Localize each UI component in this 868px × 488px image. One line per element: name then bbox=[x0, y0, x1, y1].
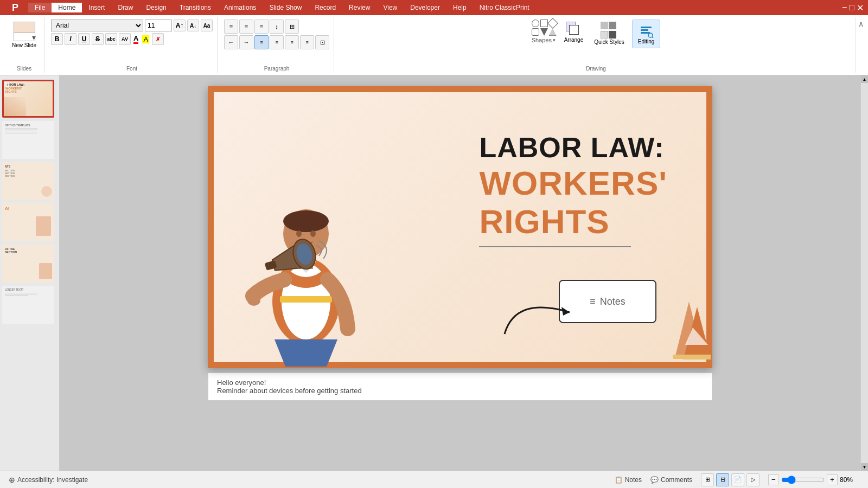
justify-button[interactable]: ≡ bbox=[300, 35, 314, 49]
underline-button[interactable]: U bbox=[78, 33, 90, 45]
convert-smartart-button[interactable]: ⊞ bbox=[285, 20, 299, 34]
text-direction-button[interactable]: ⊡ bbox=[315, 35, 329, 49]
indent-less-button[interactable]: ← bbox=[224, 35, 238, 49]
new-slide-button[interactable]: ▾ New Slide bbox=[9, 20, 40, 50]
scroll-down-button[interactable]: ▼ bbox=[861, 463, 869, 471]
close-icon[interactable]: ✕ bbox=[857, 3, 864, 13]
normal-view-button[interactable]: ⊞ bbox=[701, 473, 714, 486]
strikethrough-button[interactable]: S bbox=[92, 33, 104, 45]
tab-review[interactable]: Review bbox=[342, 3, 376, 12]
slide-sorter-icon: ⊟ bbox=[720, 476, 725, 483]
tab-design[interactable]: Design bbox=[139, 3, 173, 12]
thumb-1-subtitle: WORKERS'RIGHTS bbox=[5, 87, 51, 93]
collapse-ribbon-button[interactable]: ∧ bbox=[858, 17, 864, 73]
strikethrough-alt-button[interactable]: abc bbox=[105, 33, 117, 45]
change-case-button[interactable]: Aa bbox=[201, 20, 213, 31]
comments-button[interactable]: 💬 Comments bbox=[650, 476, 692, 484]
arrange-button[interactable]: Arrange bbox=[561, 20, 587, 45]
font-family-select[interactable]: Arial bbox=[51, 20, 143, 31]
ribbon-tabs: P File Home Insert Draw Design Transitio… bbox=[0, 0, 868, 15]
slide-thumb-1[interactable]: LABOR LAW: WORKERS'RIGHTS 1 bbox=[2, 80, 54, 118]
zoom-out-button[interactable]: − bbox=[768, 474, 779, 485]
slide-thumb-3[interactable]: NTS SECTIONSECTIONSECTION bbox=[2, 162, 54, 200]
line-spacing-button[interactable]: ↕ bbox=[270, 20, 284, 34]
notes-area[interactable]: Hello everyone! Reminder about devices b… bbox=[208, 373, 712, 401]
slide-thumb-5[interactable]: OF THESECTION bbox=[2, 245, 54, 282]
right-scrollbar[interactable]: ▲ ▼ bbox=[860, 75, 868, 471]
svg-point-9 bbox=[283, 210, 329, 232]
slideshow-icon: ▷ bbox=[751, 476, 755, 483]
restore-icon[interactable]: □ bbox=[849, 3, 854, 12]
grow-font-button[interactable]: A↑ bbox=[174, 20, 186, 31]
drawing-group-label: Drawing bbox=[586, 65, 606, 73]
paragraph-group-label: Paragraph bbox=[264, 65, 290, 73]
paragraph-group: ≡ ≡ ≡ ↕ ⊞ ← → ≡ ≡ ≡ ≡ ⊡ Paragraph bbox=[220, 17, 334, 73]
slide-thumb-4[interactable]: A! bbox=[2, 203, 54, 241]
indent-more-button[interactable]: ≡ bbox=[254, 20, 269, 34]
text-highlight-button[interactable]: A bbox=[141, 34, 150, 44]
italic-button[interactable]: I bbox=[65, 33, 76, 45]
accessibility-icon: ⊕ bbox=[9, 476, 15, 484]
tab-transitions[interactable]: Transitions bbox=[173, 3, 218, 12]
editing-button[interactable]: Editing bbox=[632, 20, 661, 48]
editing-icon bbox=[639, 23, 654, 38]
accessibility-button[interactable]: ⊕ Accessibility: Investigate bbox=[9, 476, 88, 484]
scroll-up-button[interactable]: ▲ bbox=[861, 75, 869, 83]
normal-view-icon: ⊞ bbox=[705, 476, 710, 483]
tab-home[interactable]: Home bbox=[52, 3, 82, 12]
tab-animations[interactable]: Animations bbox=[218, 3, 263, 12]
align-center-button[interactable]: ≡ bbox=[270, 35, 284, 49]
arrange-label: Arrange bbox=[564, 37, 584, 43]
zoom-slider[interactable] bbox=[781, 476, 825, 484]
svg-point-16 bbox=[247, 295, 260, 306]
tab-nitro[interactable]: Nitro ClassicPrint bbox=[473, 3, 536, 12]
bold-button[interactable]: B bbox=[51, 33, 63, 45]
tab-record[interactable]: Record bbox=[308, 3, 342, 12]
tab-slideshow[interactable]: Slide Show bbox=[263, 3, 308, 12]
slideshow-button[interactable]: ▷ bbox=[746, 473, 760, 486]
slide-thumb-2[interactable]: OF THIS TEMPLATE bbox=[2, 121, 54, 159]
notes-button[interactable]: 📋 Notes bbox=[615, 476, 642, 484]
slide-thumb-6[interactable]: LONGER TEXT? bbox=[2, 286, 54, 324]
shrink-font-button[interactable]: A↓ bbox=[187, 20, 199, 31]
numbering-button[interactable]: ≡ bbox=[239, 20, 253, 34]
quick-styles-button[interactable]: Quick Styles bbox=[591, 20, 628, 48]
bullets-button[interactable]: ≡ bbox=[224, 20, 238, 34]
slide-title-section: LABOR LAW: WORKERS' RIGHTS bbox=[479, 131, 667, 253]
slides-panel: LABOR LAW: WORKERS'RIGHTS 1 OF THIS TEMP… bbox=[0, 75, 60, 471]
thumb-1-title: LABOR LAW: bbox=[5, 83, 51, 87]
thumb-3-sections: SECTIONSECTIONSECTION bbox=[5, 169, 52, 177]
reading-view-button[interactable]: 📄 bbox=[731, 473, 744, 486]
font-group: Arial A↑ A↓ Aa B I U S abc AV A bbox=[47, 17, 218, 73]
tab-view[interactable]: View bbox=[376, 3, 404, 12]
zoom-in-button[interactable]: + bbox=[827, 474, 838, 485]
tab-draw[interactable]: Draw bbox=[111, 3, 139, 12]
slide-canvas[interactable]: LABOR LAW: WORKERS' RIGHTS ≡ Notes bbox=[208, 86, 712, 368]
indent-right-button[interactable]: → bbox=[239, 35, 253, 49]
slide-sorter-button[interactable]: ⊟ bbox=[716, 473, 729, 486]
svg-rect-0 bbox=[641, 27, 652, 28]
align-right-button[interactable]: ≡ bbox=[285, 35, 299, 49]
font-color-button[interactable]: A bbox=[132, 33, 139, 45]
notes-bar-icon: 📋 bbox=[615, 476, 623, 484]
slide-divider bbox=[479, 246, 631, 247]
thumb-6-label: LONGER TEXT? bbox=[5, 288, 52, 291]
slides-group: ▾ New Slide Slides bbox=[4, 17, 44, 73]
minimize-icon[interactable]: − bbox=[842, 3, 847, 12]
font-size-input[interactable] bbox=[145, 20, 172, 31]
clear-format-button[interactable]: ✗ bbox=[152, 33, 164, 45]
quick-styles-label: Quick Styles bbox=[594, 39, 624, 46]
notes-callout-label: Notes bbox=[600, 296, 626, 307]
drawing-group: Shapes ▾ Arrange bbox=[336, 17, 856, 73]
notes-content: Hello everyone! Reminder about devices b… bbox=[217, 378, 703, 395]
worker-illustration bbox=[226, 133, 388, 367]
shapes-palette[interactable]: Shapes ▾ bbox=[532, 20, 557, 43]
tab-file[interactable]: File bbox=[28, 3, 52, 12]
tab-insert[interactable]: Insert bbox=[82, 3, 111, 12]
char-spacing-button[interactable]: AV bbox=[119, 33, 131, 45]
svg-rect-21 bbox=[682, 355, 711, 359]
new-slide-label: New Slide bbox=[12, 42, 36, 48]
align-left-button[interactable]: ≡ bbox=[254, 35, 269, 49]
tab-help[interactable]: Help bbox=[446, 3, 473, 12]
tab-developer[interactable]: Developer bbox=[404, 3, 446, 12]
